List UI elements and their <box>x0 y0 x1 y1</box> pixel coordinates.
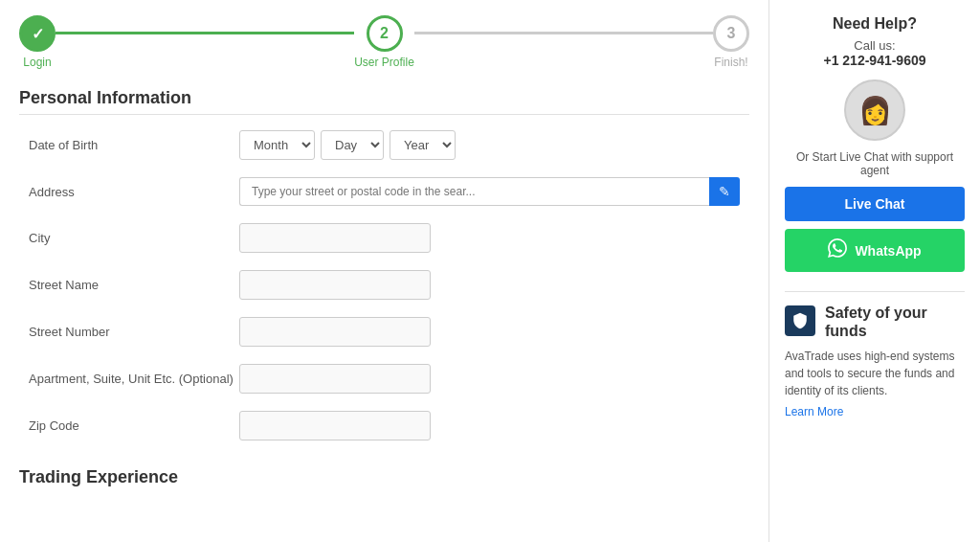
street-number-row: Street Number <box>19 317 749 347</box>
live-chat-label: Live Chat <box>844 196 904 212</box>
dob-controls: Month Day Year <box>239 130 740 160</box>
zip-code-controls <box>239 411 740 440</box>
personal-info-title: Personal Information <box>19 79 749 115</box>
dob-row: Date of Birth Month Day Year <box>19 130 749 160</box>
agent-avatar: 👩 <box>844 79 905 141</box>
step-finish-circle: 3 <box>713 15 749 52</box>
apartment-label: Apartment, Suite, Unit Etc. (Optional) <box>29 372 239 386</box>
zip-code-input[interactable] <box>239 411 431 440</box>
step-finish-number: 3 <box>727 25 736 42</box>
dob-selects: Month Day Year <box>239 130 456 160</box>
step-login-circle: ✓ <box>19 15 56 52</box>
live-chat-button[interactable]: Live Chat <box>785 187 965 221</box>
step-finish-label: Finish! <box>714 56 747 69</box>
street-name-input[interactable] <box>239 270 431 300</box>
whatsapp-button[interactable]: WhatsApp <box>785 229 965 272</box>
safety-title: Safety of your funds <box>825 304 965 340</box>
apartment-row: Apartment, Suite, Unit Etc. (Optional) <box>19 364 749 394</box>
month-select[interactable]: Month <box>239 130 315 160</box>
step-login-check: ✓ <box>32 25 44 43</box>
street-number-controls <box>239 317 740 347</box>
step-login-label: Login <box>23 56 51 69</box>
street-name-row: Street Name <box>19 270 749 300</box>
address-search-wrapper: ✎ <box>239 177 740 206</box>
address-controls: ✎ <box>239 177 740 206</box>
whatsapp-label: WhatsApp <box>855 243 921 259</box>
trading-experience-title: Trading Experience <box>19 458 749 491</box>
dob-label: Date of Birth <box>29 138 239 152</box>
help-title: Need Help? <box>785 15 965 33</box>
step-user-profile-label: User Profile <box>354 56 414 69</box>
step-line-1 <box>56 32 354 34</box>
day-select[interactable]: Day <box>321 130 384 160</box>
step-login: ✓ Login <box>19 15 56 69</box>
street-number-input[interactable] <box>239 317 431 347</box>
city-label: City <box>29 231 239 245</box>
step-line-2 <box>414 32 713 34</box>
whatsapp-icon <box>828 238 847 262</box>
learn-more-link[interactable]: Learn More <box>785 405 965 418</box>
year-select[interactable]: Year <box>390 130 456 160</box>
apartment-controls <box>239 364 740 394</box>
shield-icon <box>785 305 815 336</box>
street-number-label: Street Number <box>29 325 239 339</box>
step-user-profile-number: 2 <box>380 25 389 42</box>
sidebar-divider <box>785 291 965 292</box>
sidebar: Need Help? Call us: +1 212-941-9609 👩 Or… <box>769 0 980 542</box>
pencil-icon: ✎ <box>719 184 730 199</box>
step-finish: 3 Finish! <box>713 15 749 69</box>
step-user-profile: 2 User Profile <box>354 15 414 69</box>
street-name-label: Street Name <box>29 278 239 292</box>
live-chat-text: Or Start Live Chat with support agent <box>785 150 965 177</box>
city-controls <box>239 223 740 253</box>
address-label: Address <box>29 185 239 199</box>
address-search-button[interactable]: ✎ <box>709 177 740 206</box>
safety-header: Safety of your funds <box>785 304 965 340</box>
address-search-input[interactable] <box>239 177 709 206</box>
phone-number: +1 212-941-9609 <box>785 53 965 68</box>
help-section: Need Help? Call us: +1 212-941-9609 👩 Or… <box>785 15 965 272</box>
safety-section: Safety of your funds AvaTrade uses high-… <box>785 304 965 418</box>
avatar-icon: 👩 <box>858 95 892 126</box>
safety-desc: AvaTrade uses high-end systems and tools… <box>785 348 965 399</box>
call-label: Call us: <box>785 38 965 53</box>
address-row: Address ✎ <box>19 177 749 206</box>
city-input[interactable] <box>239 223 431 253</box>
apartment-input[interactable] <box>239 364 431 394</box>
street-name-controls <box>239 270 740 300</box>
zip-code-label: Zip Code <box>29 418 239 433</box>
main-content: ✓ Login 2 User Profile 3 Finish! <box>0 0 769 542</box>
stepper: ✓ Login 2 User Profile 3 Finish! <box>19 0 749 79</box>
city-row: City <box>19 223 749 253</box>
zip-code-row: Zip Code <box>19 411 749 440</box>
step-user-profile-circle: 2 <box>367 15 403 52</box>
